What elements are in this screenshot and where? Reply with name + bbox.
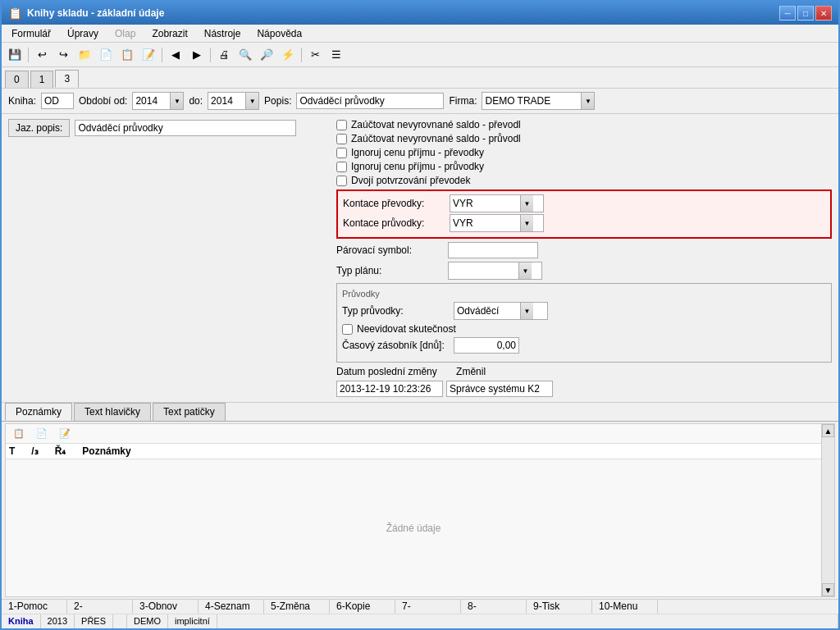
menu-formular[interactable]: Formulář xyxy=(5,26,57,41)
status-tisk[interactable]: 9-Tisk xyxy=(527,600,592,614)
jaz-popis-input[interactable] xyxy=(75,120,296,136)
status-7[interactable]: 7- xyxy=(395,600,461,614)
bottom-tabs-section: Poznámky Text hlavičky Text patičky 📋 📄 … xyxy=(2,402,838,599)
status-menu[interactable]: 10-Menu xyxy=(592,600,658,614)
casovy-zasobnik-row: Časový zásobník [dnů]: xyxy=(342,337,826,354)
tb-copy[interactable]: 📄 xyxy=(96,46,116,64)
tb-paste[interactable]: 📋 xyxy=(117,46,137,64)
tb-undo[interactable]: ↩ xyxy=(32,46,52,64)
notes-col-sub: /₃ xyxy=(31,445,38,457)
status-2[interactable]: 2- xyxy=(67,600,133,614)
tab-poznamky[interactable]: Poznámky xyxy=(5,403,72,421)
tb-sep1 xyxy=(28,48,29,62)
tb-list[interactable]: ☰ xyxy=(326,46,346,64)
firma-input[interactable] xyxy=(482,94,581,108)
jaz-popis-button[interactable]: Jaz. popis: xyxy=(8,119,70,137)
kontace-pruvodky-arrow[interactable]: ▼ xyxy=(520,215,533,231)
obdobi-od-arrow[interactable]: ▼ xyxy=(170,93,183,109)
status-8[interactable]: 8- xyxy=(461,600,527,614)
tb-new[interactable]: 📝 xyxy=(139,46,158,64)
menu-zobrazit[interactable]: Zobrazit xyxy=(145,26,194,41)
typ-planu-arrow[interactable]: ▼ xyxy=(518,262,532,279)
toolbar: 💾 ↩ ↪ 📁 📄 📋 📝 ◀ ▶ 🖨 🔍 🔎 ⚡ ✂ ☰ xyxy=(2,43,838,67)
cb-zauctovat-prevod[interactable] xyxy=(336,120,347,130)
typ-pruvodky-input[interactable] xyxy=(454,304,520,318)
notes-tb-btn2[interactable]: 📄 xyxy=(32,425,52,443)
kniha-input[interactable] xyxy=(41,93,74,109)
kontace-pruvodky-label: Kontace průvodky: xyxy=(343,217,450,229)
do-label: do: xyxy=(189,95,203,107)
tab-text-hlavicky[interactable]: Text hlavičky xyxy=(74,403,151,421)
notes-main: 📋 📄 📝 T /₃ Ř₄ Poznámky Žádné údaje xyxy=(6,424,821,596)
status-bottom-empty1 xyxy=(113,614,127,628)
left-form: Jaz. popis: xyxy=(8,119,320,397)
tab-text-paticky[interactable]: Text patičky xyxy=(153,403,226,421)
cb-ignoruj-pruv[interactable] xyxy=(336,162,347,172)
tb-search[interactable]: 🔍 xyxy=(235,46,255,64)
status-pomoc[interactable]: 1-Pomoc xyxy=(2,600,67,614)
cb-ignoruj-prevod[interactable] xyxy=(336,148,347,158)
tb-arrow-left[interactable]: ◀ xyxy=(166,46,185,64)
window-icon: 📋 xyxy=(8,7,22,20)
notes-toolbar: 📋 📄 📝 xyxy=(6,424,821,444)
user-value-input[interactable] xyxy=(446,381,553,397)
menu-upravy[interactable]: Úpravy xyxy=(61,26,105,41)
tb-arrow-right[interactable]: ▶ xyxy=(187,46,207,64)
status-bottom-implicit: implicitní xyxy=(168,614,217,628)
maximize-button[interactable]: □ xyxy=(797,6,814,21)
kontace-pruvodky-row: Kontace průvodky: ▼ xyxy=(343,214,825,232)
close-button[interactable]: ✕ xyxy=(815,6,832,21)
tb-search2[interactable]: 🔎 xyxy=(257,46,276,64)
firma-arrow[interactable]: ▼ xyxy=(581,93,594,109)
cb-ignoruj-prevod-label: Ignoruj cenu příjmu - převodky xyxy=(351,147,484,158)
cb-dvojpotvrzovani[interactable] xyxy=(336,176,347,186)
do-arrow[interactable]: ▼ xyxy=(245,93,258,109)
kontace-prevodky-arrow[interactable]: ▼ xyxy=(520,195,533,212)
typ-pruvodky-arrow[interactable]: ▼ xyxy=(520,303,533,319)
menu-napoveda[interactable]: Nápověda xyxy=(250,26,308,41)
tab-3[interactable]: 3 xyxy=(55,70,79,88)
notes-scrollbar[interactable]: ▲ ▼ xyxy=(821,424,834,596)
status-bottom-demo: DEMO xyxy=(127,614,168,628)
cb-zauctovat-pruv[interactable] xyxy=(336,134,347,144)
status-seznam[interactable]: 4-Seznam xyxy=(199,600,264,614)
obdobi-od-select: ▼ xyxy=(132,92,184,110)
scroll-track xyxy=(822,437,834,583)
tab-1[interactable]: 1 xyxy=(30,71,54,88)
status-obnov[interactable]: 3-Obnov xyxy=(133,600,199,614)
cb-row-2: Zaúčtovat nevyrovnané saldo - průvodl xyxy=(336,133,832,144)
datum-value-input[interactable] xyxy=(336,381,443,397)
menu-nastroje[interactable]: Nástroje xyxy=(198,26,248,41)
do-select: ▼ xyxy=(208,92,259,110)
popis-input[interactable] xyxy=(296,93,444,109)
tb-filter[interactable]: ⚡ xyxy=(278,46,298,64)
tab-0[interactable]: 0 xyxy=(5,71,29,88)
notes-tb-btn1[interactable]: 📋 xyxy=(9,425,29,443)
notes-tb-btn3[interactable]: 📝 xyxy=(55,425,75,443)
typ-planu-input[interactable] xyxy=(449,263,518,278)
kontace-pruvodky-input[interactable] xyxy=(450,216,520,231)
obdobi-od-label: Období od: xyxy=(79,95,127,107)
casovy-zasobnik-input[interactable] xyxy=(454,337,519,354)
tb-save[interactable]: 💾 xyxy=(5,46,25,64)
menu-olap[interactable]: Olap xyxy=(108,26,142,41)
right-form: Zaúčtovat nevyrovnané saldo - převodl Za… xyxy=(336,119,832,397)
kontace-prevodky-label: Kontace převodky: xyxy=(343,198,450,209)
notes-empty-area: Žádné údaje xyxy=(6,459,821,596)
kontace-prevodky-input[interactable] xyxy=(450,196,520,211)
scroll-up-btn[interactable]: ▲ xyxy=(822,424,834,437)
neevidovat-label: Neevidovat skutečnost xyxy=(357,323,456,335)
neevidovat-cb[interactable] xyxy=(342,324,353,335)
minimize-button[interactable]: ─ xyxy=(779,6,796,21)
obdobi-od-input[interactable] xyxy=(133,94,170,108)
status-kopie[interactable]: 6-Kopie xyxy=(330,600,395,614)
tb-redo[interactable]: ↪ xyxy=(53,46,73,64)
tb-scissors[interactable]: ✂ xyxy=(305,46,325,64)
do-input[interactable] xyxy=(208,94,245,108)
scroll-down-btn[interactable]: ▼ xyxy=(822,583,834,596)
typ-pruvodky-select: ▼ xyxy=(454,302,548,320)
tb-print[interactable]: 🖨 xyxy=(214,46,234,64)
parovaci-input[interactable] xyxy=(448,242,538,258)
tb-open[interactable]: 📁 xyxy=(75,46,94,64)
status-zmena[interactable]: 5-Změna xyxy=(264,600,330,614)
